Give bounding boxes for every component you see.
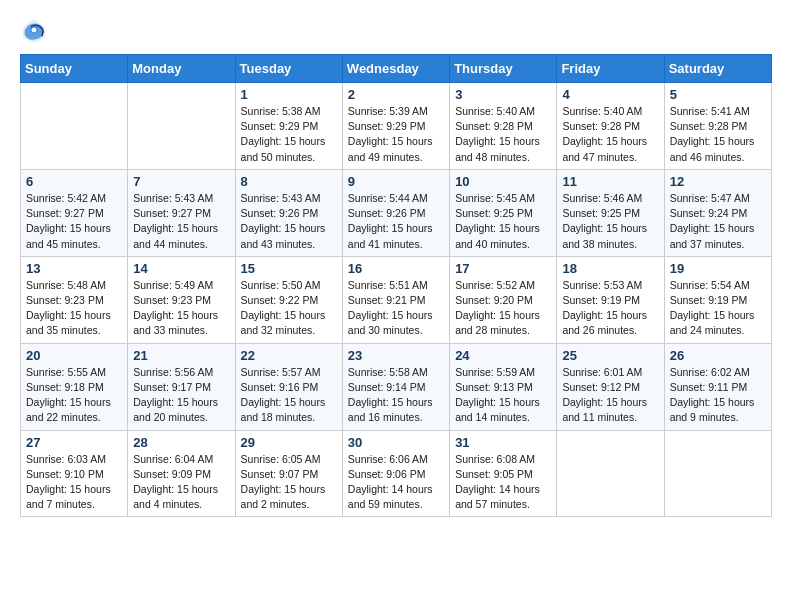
calendar-cell: 5Sunrise: 5:41 AM Sunset: 9:28 PM Daylig… [664,83,771,170]
calendar-week-row: 20Sunrise: 5:55 AM Sunset: 9:18 PM Dayli… [21,343,772,430]
logo [20,16,52,44]
calendar-cell: 18Sunrise: 5:53 AM Sunset: 9:19 PM Dayli… [557,256,664,343]
day-number: 24 [455,348,551,363]
day-info: Sunrise: 5:40 AM Sunset: 9:28 PM Dayligh… [562,104,658,165]
calendar-cell: 27Sunrise: 6:03 AM Sunset: 9:10 PM Dayli… [21,430,128,517]
calendar-cell: 23Sunrise: 5:58 AM Sunset: 9:14 PM Dayli… [342,343,449,430]
calendar-cell: 24Sunrise: 5:59 AM Sunset: 9:13 PM Dayli… [450,343,557,430]
day-number: 5 [670,87,766,102]
calendar-cell: 17Sunrise: 5:52 AM Sunset: 9:20 PM Dayli… [450,256,557,343]
calendar-cell: 11Sunrise: 5:46 AM Sunset: 9:25 PM Dayli… [557,169,664,256]
calendar-cell [128,83,235,170]
day-info: Sunrise: 6:08 AM Sunset: 9:05 PM Dayligh… [455,452,551,513]
calendar-week-row: 1Sunrise: 5:38 AM Sunset: 9:29 PM Daylig… [21,83,772,170]
day-number: 16 [348,261,444,276]
calendar-cell: 10Sunrise: 5:45 AM Sunset: 9:25 PM Dayli… [450,169,557,256]
day-number: 21 [133,348,229,363]
day-header-thursday: Thursday [450,55,557,83]
calendar-week-row: 27Sunrise: 6:03 AM Sunset: 9:10 PM Dayli… [21,430,772,517]
day-number: 19 [670,261,766,276]
calendar-cell [21,83,128,170]
day-number: 31 [455,435,551,450]
day-info: Sunrise: 5:56 AM Sunset: 9:17 PM Dayligh… [133,365,229,426]
calendar-table: SundayMondayTuesdayWednesdayThursdayFrid… [20,54,772,517]
calendar-week-row: 6Sunrise: 5:42 AM Sunset: 9:27 PM Daylig… [21,169,772,256]
calendar-cell: 3Sunrise: 5:40 AM Sunset: 9:28 PM Daylig… [450,83,557,170]
day-info: Sunrise: 5:38 AM Sunset: 9:29 PM Dayligh… [241,104,337,165]
calendar-cell: 16Sunrise: 5:51 AM Sunset: 9:21 PM Dayli… [342,256,449,343]
day-header-tuesday: Tuesday [235,55,342,83]
day-number: 20 [26,348,122,363]
day-header-wednesday: Wednesday [342,55,449,83]
day-info: Sunrise: 5:43 AM Sunset: 9:27 PM Dayligh… [133,191,229,252]
calendar-cell: 21Sunrise: 5:56 AM Sunset: 9:17 PM Dayli… [128,343,235,430]
day-number: 27 [26,435,122,450]
day-info: Sunrise: 5:39 AM Sunset: 9:29 PM Dayligh… [348,104,444,165]
day-info: Sunrise: 5:57 AM Sunset: 9:16 PM Dayligh… [241,365,337,426]
day-number: 26 [670,348,766,363]
page: SundayMondayTuesdayWednesdayThursdayFrid… [0,0,792,612]
day-number: 23 [348,348,444,363]
day-info: Sunrise: 5:58 AM Sunset: 9:14 PM Dayligh… [348,365,444,426]
calendar-header-row: SundayMondayTuesdayWednesdayThursdayFrid… [21,55,772,83]
day-info: Sunrise: 6:02 AM Sunset: 9:11 PM Dayligh… [670,365,766,426]
calendar-week-row: 13Sunrise: 5:48 AM Sunset: 9:23 PM Dayli… [21,256,772,343]
day-info: Sunrise: 5:51 AM Sunset: 9:21 PM Dayligh… [348,278,444,339]
day-number: 1 [241,87,337,102]
day-info: Sunrise: 5:50 AM Sunset: 9:22 PM Dayligh… [241,278,337,339]
day-number: 14 [133,261,229,276]
day-info: Sunrise: 5:44 AM Sunset: 9:26 PM Dayligh… [348,191,444,252]
day-number: 4 [562,87,658,102]
day-header-saturday: Saturday [664,55,771,83]
day-header-friday: Friday [557,55,664,83]
day-info: Sunrise: 6:03 AM Sunset: 9:10 PM Dayligh… [26,452,122,513]
day-info: Sunrise: 5:48 AM Sunset: 9:23 PM Dayligh… [26,278,122,339]
calendar-cell: 12Sunrise: 5:47 AM Sunset: 9:24 PM Dayli… [664,169,771,256]
day-number: 18 [562,261,658,276]
day-info: Sunrise: 5:41 AM Sunset: 9:28 PM Dayligh… [670,104,766,165]
calendar-cell: 30Sunrise: 6:06 AM Sunset: 9:06 PM Dayli… [342,430,449,517]
day-number: 30 [348,435,444,450]
day-info: Sunrise: 5:40 AM Sunset: 9:28 PM Dayligh… [455,104,551,165]
day-info: Sunrise: 5:59 AM Sunset: 9:13 PM Dayligh… [455,365,551,426]
calendar-cell: 29Sunrise: 6:05 AM Sunset: 9:07 PM Dayli… [235,430,342,517]
day-info: Sunrise: 5:43 AM Sunset: 9:26 PM Dayligh… [241,191,337,252]
day-info: Sunrise: 5:47 AM Sunset: 9:24 PM Dayligh… [670,191,766,252]
day-number: 28 [133,435,229,450]
calendar-cell [664,430,771,517]
calendar-cell: 8Sunrise: 5:43 AM Sunset: 9:26 PM Daylig… [235,169,342,256]
day-number: 22 [241,348,337,363]
day-info: Sunrise: 6:05 AM Sunset: 9:07 PM Dayligh… [241,452,337,513]
day-info: Sunrise: 5:42 AM Sunset: 9:27 PM Dayligh… [26,191,122,252]
day-number: 17 [455,261,551,276]
day-number: 9 [348,174,444,189]
day-info: Sunrise: 5:52 AM Sunset: 9:20 PM Dayligh… [455,278,551,339]
day-number: 8 [241,174,337,189]
calendar-cell: 22Sunrise: 5:57 AM Sunset: 9:16 PM Dayli… [235,343,342,430]
calendar-cell: 19Sunrise: 5:54 AM Sunset: 9:19 PM Dayli… [664,256,771,343]
day-info: Sunrise: 5:45 AM Sunset: 9:25 PM Dayligh… [455,191,551,252]
day-number: 10 [455,174,551,189]
day-info: Sunrise: 6:01 AM Sunset: 9:12 PM Dayligh… [562,365,658,426]
day-number: 3 [455,87,551,102]
calendar-cell: 1Sunrise: 5:38 AM Sunset: 9:29 PM Daylig… [235,83,342,170]
day-info: Sunrise: 5:46 AM Sunset: 9:25 PM Dayligh… [562,191,658,252]
day-number: 29 [241,435,337,450]
calendar-cell: 7Sunrise: 5:43 AM Sunset: 9:27 PM Daylig… [128,169,235,256]
calendar-cell: 9Sunrise: 5:44 AM Sunset: 9:26 PM Daylig… [342,169,449,256]
day-info: Sunrise: 6:06 AM Sunset: 9:06 PM Dayligh… [348,452,444,513]
day-number: 2 [348,87,444,102]
day-number: 13 [26,261,122,276]
calendar-cell [557,430,664,517]
calendar-cell: 2Sunrise: 5:39 AM Sunset: 9:29 PM Daylig… [342,83,449,170]
logo-icon [20,16,48,44]
calendar-cell: 25Sunrise: 6:01 AM Sunset: 9:12 PM Dayli… [557,343,664,430]
day-number: 7 [133,174,229,189]
day-info: Sunrise: 5:49 AM Sunset: 9:23 PM Dayligh… [133,278,229,339]
calendar-cell: 6Sunrise: 5:42 AM Sunset: 9:27 PM Daylig… [21,169,128,256]
day-number: 11 [562,174,658,189]
day-info: Sunrise: 5:53 AM Sunset: 9:19 PM Dayligh… [562,278,658,339]
day-header-sunday: Sunday [21,55,128,83]
day-header-monday: Monday [128,55,235,83]
calendar-cell: 28Sunrise: 6:04 AM Sunset: 9:09 PM Dayli… [128,430,235,517]
